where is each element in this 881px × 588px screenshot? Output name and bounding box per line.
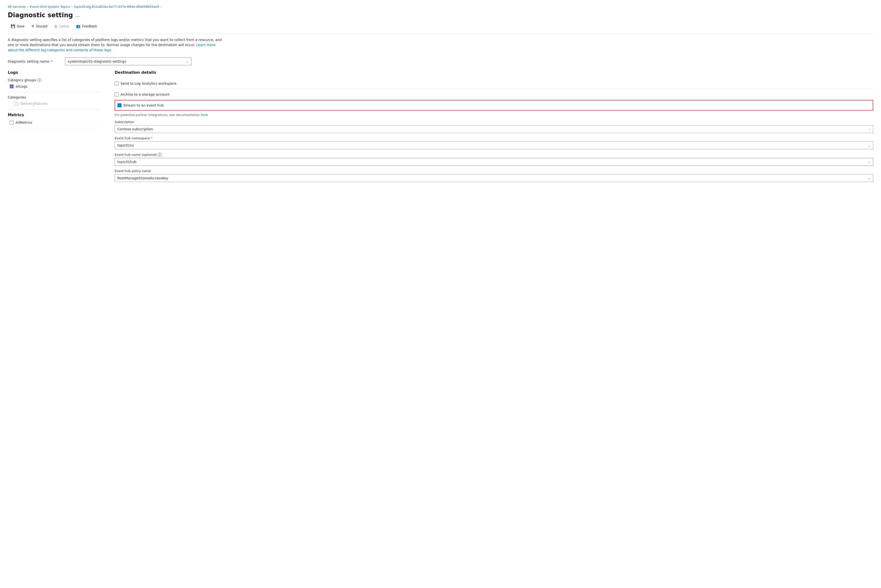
subscription-chevron-icon: ⌄	[868, 128, 870, 131]
partner-here-link[interactable]: here	[201, 113, 208, 117]
input-chevron-icon: ⌄	[186, 60, 189, 63]
subscription-field: Subscription Contoso subscription ⌄	[114, 120, 873, 133]
all-metrics-label: AllMetrics	[15, 121, 32, 124]
breadcrumb-all-services[interactable]: All services	[8, 5, 26, 9]
page-title-ellipsis: ...	[75, 12, 80, 18]
event-hub-row: ✓ Stream to an event hub	[114, 100, 873, 111]
event-hub-checkbox[interactable]: ✓	[117, 104, 122, 107]
partner-text: For potential partner integrations, see …	[114, 111, 873, 120]
hub-name-dropdown[interactable]: topic01hub ⌄	[114, 158, 873, 166]
hub-name-info-icon[interactable]: i	[158, 153, 162, 156]
destination-section-title: Destination details	[114, 70, 873, 75]
log-analytics-row: Send to Log Analytics workspace	[114, 78, 873, 89]
diagnostic-name-label: Diagnostic setting name *	[8, 60, 61, 63]
page-title: Diagnostic setting	[8, 11, 73, 19]
description: A diagnostic setting specifies a list of…	[8, 38, 226, 52]
namespace-field: Event hub namespace * topic01ns ⌄	[114, 136, 873, 149]
diagnostic-name-row: Diagnostic setting name * systemtopic01-…	[8, 57, 873, 65]
subscription-dropdown[interactable]: Contoso subscription ⌄	[114, 125, 873, 133]
categories-label: Categories	[8, 95, 100, 99]
event-hub-checkmark: ✓	[118, 104, 120, 107]
toolbar: 💾 Save ✕ Discard 🗑 Delete 👥 Feedback	[8, 22, 873, 33]
log-analytics-label: Send to Log Analytics workspace	[120, 81, 177, 86]
policy-dropdown[interactable]: RootManageSharedAccessKey ⌄	[114, 174, 873, 182]
storage-account-row: Archive to a storage account	[114, 89, 873, 100]
delivery-failures-row: DeliveryFailures	[8, 102, 100, 106]
category-groups-info-icon[interactable]: i	[38, 78, 41, 82]
metrics-section-title: Metrics	[8, 112, 100, 117]
feedback-icon: 👥	[76, 24, 81, 28]
all-logs-label: allLogs	[15, 84, 27, 88]
all-metrics-checkbox[interactable]	[10, 121, 14, 124]
storage-account-checkbox[interactable]	[114, 93, 119, 96]
metrics-divider	[8, 128, 100, 128]
delivery-failures-checkbox[interactable]	[15, 102, 18, 106]
policy-label: Event hub policy name	[114, 169, 873, 173]
logs-section-title: Logs	[8, 70, 100, 75]
required-marker: *	[51, 60, 53, 63]
breadcrumb: All services › Event Grid System Topics …	[8, 5, 873, 9]
all-logs-checkmark: ✓	[11, 85, 13, 88]
storage-account-label: Archive to a storage account	[120, 93, 170, 96]
delete-button[interactable]: 🗑 Delete	[51, 23, 72, 30]
description-text: A diagnostic setting specifies a list of…	[8, 38, 222, 47]
category-groups-label: Category groups i	[8, 78, 100, 82]
all-logs-row: ✓ allLogs	[8, 84, 100, 88]
save-button[interactable]: 💾 Save	[8, 22, 27, 30]
delivery-failures-label: DeliveryFailures	[20, 102, 47, 106]
main-content: Logs Category groups i ✓ allLogs Categor…	[8, 70, 873, 185]
diagnostic-name-input[interactable]: systemtopic01-diagnostic-settings ⌄	[65, 57, 191, 65]
right-panel: Destination details Send to Log Analytic…	[114, 70, 873, 185]
discard-button[interactable]: ✕ Discard	[29, 22, 50, 30]
save-icon: 💾	[11, 24, 15, 28]
policy-chevron-icon: ⌄	[868, 176, 870, 180]
hub-name-label: Event hub name (optional) i	[114, 153, 873, 156]
namespace-label: Event hub namespace *	[114, 136, 873, 140]
all-logs-checkbox[interactable]: ✓	[10, 84, 14, 88]
page-title-row: Diagnostic setting ...	[8, 11, 873, 19]
hub-name-chevron-icon: ⌄	[868, 160, 870, 164]
namespace-dropdown[interactable]: topic01ns ⌄	[114, 141, 873, 149]
hub-name-field: Event hub name (optional) i topic01hub ⌄	[114, 153, 873, 166]
policy-field: Event hub policy name RootManageSharedAc…	[114, 169, 873, 182]
discard-icon: ✕	[31, 24, 35, 28]
subscription-label: Subscription	[114, 120, 873, 124]
all-metrics-row: AllMetrics	[8, 121, 100, 124]
feedback-button[interactable]: 👥 Feedback	[73, 22, 100, 30]
event-hub-label: Stream to an event hub	[123, 104, 164, 107]
delete-icon: 🗑	[54, 24, 58, 28]
namespace-chevron-icon: ⌄	[868, 144, 870, 147]
log-analytics-checkbox[interactable]	[114, 81, 119, 86]
breadcrumb-topic[interactable]: topic01stg-811a624a-8a77-437e-89de-dfeb5…	[74, 5, 159, 9]
left-panel: Logs Category groups i ✓ allLogs Categor…	[8, 70, 100, 185]
breadcrumb-event-grid[interactable]: Event Grid System Topics	[30, 5, 70, 9]
